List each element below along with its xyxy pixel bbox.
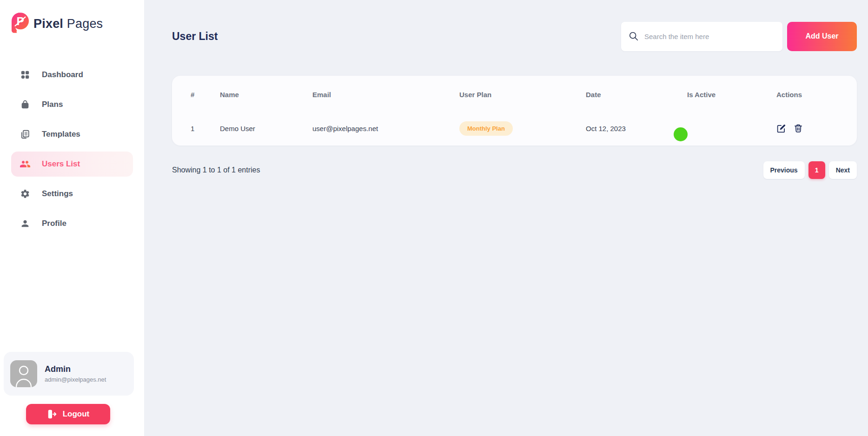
column-header-name: Name bbox=[220, 91, 312, 99]
sidebar-item-label: Dashboard bbox=[42, 70, 83, 79]
logout-icon bbox=[47, 409, 57, 419]
brand-name-bold: Pixel bbox=[33, 17, 63, 31]
sidebar-item-dashboard[interactable]: Dashboard bbox=[11, 62, 133, 87]
pixel-pages-logo-icon: P bbox=[11, 12, 29, 35]
next-page-button[interactable]: Next bbox=[829, 161, 857, 179]
admin-email: admin@pixelpages.net bbox=[45, 376, 106, 383]
row-date: Oct 12, 2023 bbox=[586, 125, 687, 132]
trash-icon bbox=[794, 124, 803, 133]
pagination: Previous 1 Next bbox=[763, 161, 857, 179]
list-footer: Showing 1 to 1 of 1 entries Previous 1 N… bbox=[172, 161, 857, 179]
admin-name: Admin bbox=[45, 364, 106, 374]
sidebar-bottom: Admin admin@pixelpages.net Logout bbox=[0, 352, 144, 436]
sidebar-item-plans[interactable]: Plans bbox=[11, 92, 133, 117]
column-header-date: Date bbox=[586, 91, 687, 99]
users-table-card: # Name Email User Plan Date Is Active Ac… bbox=[172, 76, 857, 145]
table-header-row: # Name Email User Plan Date Is Active Ac… bbox=[191, 76, 857, 113]
sidebar-item-label: Settings bbox=[42, 189, 73, 198]
sidebar-nav: Dashboard Plans bbox=[0, 62, 144, 236]
row-actions bbox=[776, 124, 857, 133]
entries-summary: Showing 1 to 1 of 1 entries bbox=[172, 166, 260, 174]
page-title: User List bbox=[172, 30, 218, 43]
sidebar-item-profile[interactable]: Profile bbox=[11, 211, 133, 236]
edit-icon bbox=[776, 124, 786, 133]
sidebar-item-label: Profile bbox=[42, 219, 66, 228]
column-header-index: # bbox=[191, 91, 220, 99]
dashboard-grid-icon bbox=[20, 69, 31, 80]
previous-page-button[interactable]: Previous bbox=[763, 161, 805, 179]
header-actions: Add User bbox=[621, 22, 857, 51]
logout-button[interactable]: Logout bbox=[26, 404, 110, 424]
delete-button[interactable] bbox=[794, 124, 803, 133]
sidebar: P Pixel Pages Dashboard bbox=[0, 0, 144, 436]
admin-profile-card[interactable]: Admin admin@pixelpages.net bbox=[4, 352, 134, 396]
gear-icon bbox=[20, 188, 31, 199]
plan-badge: Monthly Plan bbox=[459, 121, 513, 136]
sidebar-item-settings[interactable]: Settings bbox=[11, 181, 133, 206]
add-user-button[interactable]: Add User bbox=[787, 22, 857, 51]
avatar bbox=[10, 360, 37, 387]
search-box bbox=[621, 22, 782, 51]
logout-label: Logout bbox=[63, 410, 90, 419]
column-header-email: Email bbox=[312, 91, 459, 99]
users-icon bbox=[20, 159, 31, 170]
search-icon bbox=[629, 31, 639, 41]
page-number-button[interactable]: 1 bbox=[808, 161, 825, 179]
shopping-bag-icon bbox=[20, 99, 31, 110]
brand-name: Pixel Pages bbox=[33, 17, 103, 31]
main-content: User List Add User # Name Email User bbox=[144, 0, 868, 436]
sidebar-item-templates[interactable]: Templates bbox=[11, 122, 133, 147]
sidebar-item-label: Users List bbox=[42, 159, 80, 169]
column-header-user-plan: User Plan bbox=[459, 91, 586, 99]
row-index: 1 bbox=[191, 125, 220, 132]
table-row: 1 Demo User user@pixelpages.net Monthly … bbox=[191, 113, 857, 144]
edit-button[interactable] bbox=[776, 124, 786, 133]
sidebar-item-users-list[interactable]: Users List bbox=[11, 152, 133, 177]
templates-copy-icon bbox=[20, 129, 31, 140]
search-input[interactable] bbox=[644, 33, 775, 40]
main-header: User List Add User bbox=[144, 21, 868, 51]
brand-logo: P Pixel Pages bbox=[0, 0, 144, 35]
column-header-actions: Actions bbox=[776, 91, 857, 99]
toggle-knob bbox=[674, 127, 688, 141]
sidebar-item-label: Plans bbox=[42, 100, 63, 109]
sidebar-item-label: Templates bbox=[42, 130, 80, 139]
person-icon bbox=[20, 218, 31, 229]
app-window: P Pixel Pages Dashboard bbox=[0, 0, 868, 436]
row-email: user@pixelpages.net bbox=[312, 125, 459, 132]
row-name: Demo User bbox=[220, 125, 312, 132]
brand-name-light: Pages bbox=[67, 17, 103, 31]
column-header-is-active: Is Active bbox=[687, 91, 776, 99]
